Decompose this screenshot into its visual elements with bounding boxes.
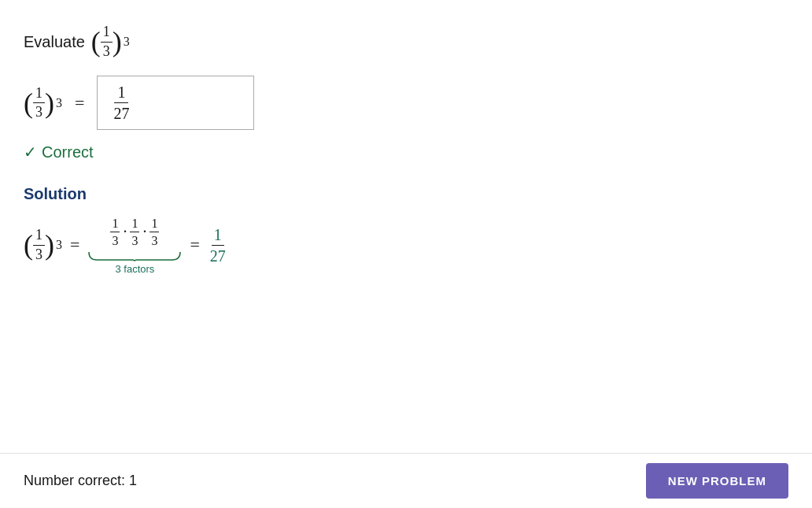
dot1: · <box>123 223 127 241</box>
sol-lhs-fraction: 1 3 <box>33 227 45 263</box>
underbrace-symbol <box>87 250 182 261</box>
factor3: 1 3 <box>149 216 159 248</box>
factor1: 1 3 <box>110 216 120 248</box>
sol-lhs-numerator: 1 <box>33 227 45 246</box>
problem-numerator: 1 <box>101 24 113 43</box>
answer-input-box[interactable]: 1 27 <box>97 76 254 130</box>
answer-lhs: ( 1 3 ) 3 <box>24 85 62 121</box>
new-problem-button[interactable]: NEW PROBLEM <box>646 463 788 499</box>
sol-result-denominator: 27 <box>208 246 228 265</box>
answer-fraction: 1 27 <box>110 83 132 123</box>
factor2: 1 3 <box>130 216 139 248</box>
evaluate-line: Evaluate ( 1 3 ) 3 <box>24 24 788 60</box>
problem-expression: ( 1 3 ) 3 <box>91 24 130 60</box>
sol-equals-1: = <box>70 235 79 255</box>
problem-exponent: 3 <box>124 35 130 48</box>
factors-label: 3 factors <box>115 263 154 275</box>
sol-equals-2: = <box>190 235 199 255</box>
evaluate-label: Evaluate <box>24 33 85 51</box>
sol-lhs: ( 1 3 ) 3 <box>24 227 62 263</box>
answer-numerator: 1 <box>114 83 128 103</box>
underbrace-group: 1 3 · 1 3 · 1 3 <box>87 216 182 274</box>
number-correct: Number correct: 1 <box>24 473 137 489</box>
sol-right-paren: ) <box>45 231 54 259</box>
correct-message: ✓ Correct <box>24 143 788 161</box>
evaluate-section: Evaluate ( 1 3 ) 3 <box>24 24 788 60</box>
problem-denominator: 3 <box>101 43 113 61</box>
sol-result-numerator: 1 <box>212 225 224 246</box>
answer-denominator: 27 <box>110 103 132 123</box>
answer-lhs-exponent: 3 <box>56 97 62 109</box>
answer-lhs-denominator: 3 <box>33 103 45 121</box>
sol-exponent: 3 <box>56 239 62 251</box>
right-paren: ) <box>113 28 122 56</box>
solution-math: ( 1 3 ) 3 = 1 3 · 1 <box>24 216 788 274</box>
sol-result-fraction: 1 27 <box>208 225 228 265</box>
answer-lhs-numerator: 1 <box>33 85 45 104</box>
left-paren: ( <box>91 28 101 56</box>
problem-fraction: 1 3 <box>101 24 113 60</box>
answer-section: ( 1 3 ) 3 = 1 27 <box>24 76 788 130</box>
dot2: · <box>142 223 146 241</box>
checkmark-icon: ✓ <box>24 143 37 161</box>
correct-text: Correct <box>42 143 94 161</box>
sol-left-paren: ( <box>24 231 33 259</box>
answer-right-paren: ) <box>45 89 54 117</box>
underbrace-content: 1 3 · 1 3 · 1 3 <box>110 216 159 248</box>
sol-lhs-denominator: 3 <box>33 246 45 264</box>
solution-section: Solution ( 1 3 ) 3 = 1 3 <box>24 185 788 274</box>
bottom-bar: Number correct: 1 NEW PROBLEM <box>0 453 812 508</box>
equals-sign: = <box>75 93 84 113</box>
answer-lhs-fraction: 1 3 <box>33 85 45 121</box>
solution-title: Solution <box>24 185 788 203</box>
answer-left-paren: ( <box>24 89 33 117</box>
